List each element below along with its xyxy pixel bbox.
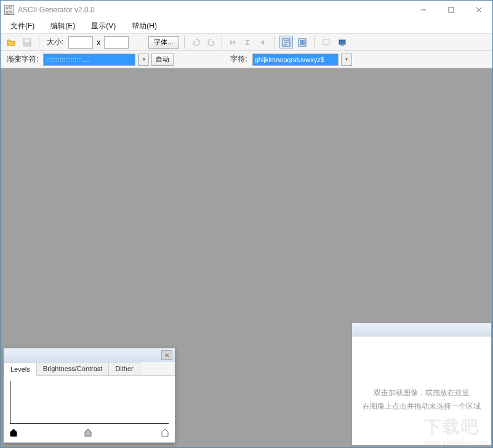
- flip-v-button[interactable]: [241, 36, 254, 49]
- drop-image-panel[interactable]: 双击加载图像，或拖放在这里 在图像上点击并拖动来选择一个区域: [351, 322, 492, 446]
- flip-v-icon: [243, 38, 252, 47]
- separator: [274, 36, 275, 49]
- menu-bar: 文件(F) 编辑(E) 显示(V) 帮助(H): [1, 19, 492, 34]
- window-title: ASCII Generator v2.0.0: [18, 6, 409, 14]
- app-icon: ASC GEN: [4, 5, 14, 15]
- levels-body: [4, 376, 175, 439]
- app-icon-line1: ASC: [5, 6, 14, 10]
- chars-input[interactable]: [252, 54, 339, 66]
- tab-dither[interactable]: Dither: [108, 362, 140, 375]
- tab-levels[interactable]: Levels: [4, 362, 37, 376]
- levels-dialog: ✕ Levels Brightness/Contrast Dither: [3, 348, 175, 443]
- size-multiplier: x: [95, 38, 102, 47]
- separator: [184, 36, 185, 49]
- prev-button[interactable]: [255, 36, 269, 49]
- histogram: [10, 381, 169, 424]
- levels-dialog-titlebar[interactable]: ✕: [4, 348, 175, 362]
- tab-brightness-contrast[interactable]: Brightness/Contrast: [36, 362, 110, 375]
- window-controls: [409, 1, 492, 19]
- height-input[interactable]: [104, 36, 129, 49]
- toolbar-1: 大小: x 字体...: [1, 34, 492, 51]
- triangle-left-icon: [259, 39, 266, 46]
- gradient-label: 渐变字符:: [4, 54, 41, 65]
- black-point-handle[interactable]: [10, 428, 17, 437]
- font-button[interactable]: 字体...: [148, 36, 178, 49]
- rotate-ccw-icon: [192, 38, 201, 47]
- menu-file[interactable]: 文件(F): [4, 19, 41, 33]
- levels-close-button[interactable]: ✕: [161, 350, 172, 360]
- drop-hint-line2: 在图像上点击并拖动来选择一个区域: [358, 399, 485, 413]
- rotate-cw-icon: [207, 38, 215, 47]
- close-button[interactable]: [465, 1, 492, 19]
- image-view-icon: [298, 38, 307, 47]
- chevron-down-icon: ▾: [138, 54, 148, 65]
- open-button[interactable]: [4, 36, 18, 49]
- toolbar-2: 渐变字符: :::::::::::::::::::.... ▾ 自动 字符: ▾: [1, 51, 492, 68]
- drop-hint-line1: 双击加载图像，或拖放在这里: [358, 386, 485, 399]
- gradient-chars-value: :::::::::::::::::::....: [44, 56, 92, 63]
- folder-open-icon: [6, 38, 16, 47]
- monitor-icon: [322, 38, 331, 47]
- image-view-button[interactable]: [295, 36, 309, 49]
- levels-slider-track[interactable]: [10, 427, 169, 437]
- flip-h-icon: [228, 38, 237, 47]
- text-wrap-icon: [282, 38, 291, 47]
- gradient-chars-arrow[interactable]: ▾: [138, 54, 149, 66]
- svg-rect-11: [300, 40, 305, 45]
- save-icon: [22, 38, 32, 47]
- svg-rect-14: [339, 40, 345, 44]
- rotate-cw-button[interactable]: [204, 36, 218, 49]
- white-point-handle[interactable]: [161, 428, 169, 437]
- text-view-button[interactable]: [279, 36, 293, 49]
- drop-panel-titlebar[interactable]: [352, 323, 491, 337]
- menu-help[interactable]: 帮助(H): [126, 19, 163, 33]
- svg-rect-5: [25, 39, 30, 42]
- maximize-button[interactable]: [437, 1, 465, 19]
- svg-rect-12: [323, 39, 329, 44]
- chars-label: 字符:: [228, 54, 249, 65]
- drop-panel-body: 双击加载图像，或拖放在这里 在图像上点击并拖动来选择一个区域: [352, 337, 491, 413]
- auto-button[interactable]: 自动: [151, 54, 174, 66]
- levels-tabs: Levels Brightness/Contrast Dither: [4, 362, 175, 376]
- separator: [222, 36, 222, 49]
- chars-arrow[interactable]: ▾: [341, 54, 352, 66]
- rotate-ccw-button[interactable]: [190, 36, 203, 49]
- separator: [314, 36, 315, 49]
- flip-h-button[interactable]: [226, 36, 239, 49]
- minimize-button[interactable]: [409, 1, 437, 19]
- fullscreen-button[interactable]: [335, 36, 349, 49]
- monitor-button[interactable]: [319, 36, 333, 49]
- size-label: 大小:: [44, 37, 66, 47]
- close-icon: ✕: [164, 352, 169, 359]
- width-input[interactable]: [68, 36, 93, 49]
- menu-view[interactable]: 显示(V): [85, 19, 122, 33]
- separator: [39, 36, 39, 49]
- gradient-chars-dropdown[interactable]: :::::::::::::::::::....: [43, 54, 135, 66]
- title-bar: ASC GEN ASCII Generator v2.0.0: [1, 1, 492, 19]
- menu-edit[interactable]: 编辑(E): [44, 19, 81, 33]
- svg-rect-1: [449, 7, 454, 12]
- mid-point-handle[interactable]: [84, 428, 92, 437]
- chevron-down-icon: ▾: [342, 54, 351, 65]
- app-icon-line2: GEN: [5, 10, 14, 14]
- fullscreen-icon: [338, 38, 347, 47]
- save-button[interactable]: [20, 36, 34, 49]
